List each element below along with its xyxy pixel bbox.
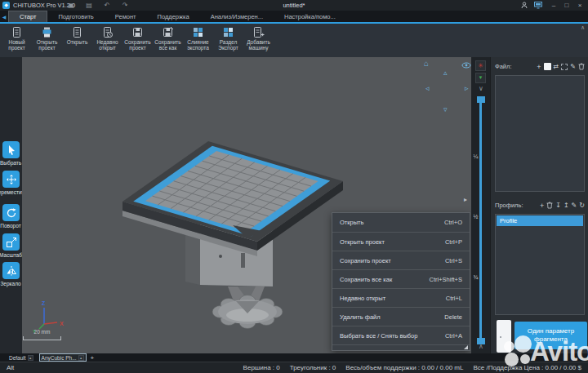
profile-import-icon[interactable]: ↧ (555, 202, 561, 210)
add-machine-tab-button[interactable]: + (91, 354, 95, 362)
svg-text:Z: Z (42, 300, 46, 306)
layer-slider-track[interactable] (479, 100, 482, 341)
menu-item-save-project[interactable]: Сохранить проект Ctrl+S (332, 251, 470, 269)
slider-chevron-up-icon[interactable]: ∧ (476, 343, 486, 350)
profile-section-header: Профиль: + ↧ ↥ ✎ ↻ (495, 200, 585, 211)
move-icon (6, 174, 17, 185)
mirror-tool-button[interactable] (2, 262, 20, 279)
menu-label: Сохранить все как (340, 276, 392, 283)
select-cursor-icon (6, 144, 17, 156)
machine-tab-anycubic[interactable]: AnyCubic Ph... ▴ (39, 353, 87, 362)
svg-text:X: X (60, 321, 64, 326)
tab-support[interactable]: Поддержка (147, 11, 200, 22)
save-project-button[interactable]: Сохранить проект (122, 24, 153, 56)
profile-export-icon[interactable]: ↥ (564, 202, 569, 210)
machine-tab-anycubic-dropdown-icon[interactable]: ▴ (78, 355, 84, 361)
visibility-eye-icon[interactable] (461, 62, 471, 69)
display-settings-icon[interactable] (534, 2, 547, 9)
merge-export-button[interactable]: Слияние экспорта (183, 24, 213, 56)
slider-chevron-down-icon[interactable]: ∨ (476, 85, 486, 92)
chitubox-app-window: ◆ CHITUBOX Pro V1.2.0 ▣ ▤ ↶ ↷ untitled* … (0, 0, 588, 373)
profile-delete-icon[interactable] (546, 202, 553, 209)
single-parameter-button[interactable]: Один параметр фрагмента (514, 322, 587, 349)
minimize-button[interactable]: – (547, 0, 560, 11)
panel-expand-icon[interactable]: ▸ (464, 196, 467, 203)
file-select-box-icon[interactable] (561, 64, 568, 70)
machine-preview-dot (500, 336, 501, 338)
maximize-button[interactable]: □ (560, 0, 573, 11)
back-arrow-icon[interactable]: ◀ (0, 14, 8, 20)
user-account-icon[interactable] (521, 2, 534, 9)
machine-tab-default-label: Default (9, 355, 26, 361)
profile-edit-icon[interactable]: ✎ (572, 202, 577, 210)
scale-tool-button[interactable] (2, 233, 20, 251)
file-edit-icon[interactable]: ✎ (570, 63, 576, 71)
viewport-3d[interactable]: ⌂ ▵ ◃ ▹ ▿ Z X Y 20 mm (22, 57, 471, 353)
add-machine-button[interactable]: Добавить машину (243, 24, 274, 56)
tab-prepare[interactable]: Подготовить (47, 11, 104, 22)
view-left-icon[interactable]: ◃ (425, 84, 430, 92)
recently-opened-button[interactable]: Недавно открыт (92, 24, 122, 56)
file-swap-icon[interactable]: ⇄ (554, 63, 559, 71)
menu-item-select-all[interactable]: Выбрать все / Снять выбор Ctrl+A (332, 326, 470, 344)
profile-list[interactable]: Profile (495, 214, 585, 315)
status-support-volume: Весь/объем поддержки : 0.00 / 0.00 mL (345, 364, 463, 371)
file-list[interactable] (495, 75, 585, 192)
section-export-button[interactable]: Раздел Экспорт (213, 24, 243, 56)
tab-start[interactable]: Старт (8, 11, 47, 22)
open-button[interactable]: Открыть (62, 24, 92, 56)
tab-analyze-measure[interactable]: Анализ/Измерен... (200, 11, 274, 22)
machine-preview[interactable] (497, 320, 511, 353)
tab-settings-help[interactable]: Настройка/помо... (274, 11, 346, 22)
status-modifier-key: Alt (7, 364, 14, 371)
file-checkbox-icon[interactable] (544, 63, 551, 70)
profile-add-icon[interactable]: + (540, 202, 544, 210)
layer-slider-handle-top[interactable] (477, 96, 485, 103)
title-bar: ◆ CHITUBOX Pro V1.2.0 ▣ ▤ ↶ ↷ untitled* … (0, 0, 588, 11)
scale-bar-label: 20 mm (23, 329, 61, 335)
select-tool-button[interactable] (2, 141, 20, 158)
scale-icon (6, 237, 17, 248)
main-area: Выбрать Переместить Поворот Масштаб Зерк… (0, 57, 588, 353)
menu-label: Недавно открыт (340, 295, 385, 302)
status-bar: Alt Вершина : 0 Треугольник : 0 Весь/объ… (0, 362, 588, 373)
menu-footer (332, 344, 470, 350)
view-right-icon[interactable]: ▹ (465, 84, 469, 92)
machine-tab-default[interactable]: Default ▴ (7, 355, 35, 361)
rotate-tool-button[interactable] (2, 204, 20, 221)
tab-repair[interactable]: Ремонт (105, 11, 147, 22)
slider-top-marker-button[interactable]: ✳ (475, 60, 486, 71)
menu-label: Открыть (340, 219, 363, 226)
slider-bottom-marker-button[interactable]: ▼ (475, 73, 486, 83)
slider-fraction-three-quarter: ¾ (472, 274, 479, 280)
menu-item-open-project[interactable]: Открыть проект Ctrl+P (332, 232, 470, 251)
open-project-label: Открыть проект (32, 39, 62, 51)
machine-tab-bar: Default ▴ AnyCubic Ph... ▴ + (0, 353, 588, 362)
home-view-icon[interactable]: ⌂ (424, 60, 429, 68)
machine-tab-default-dropdown-icon[interactable]: ▴ (28, 355, 33, 361)
left-tool-sidebar: Выбрать Переместить Поворот Масштаб Зерк… (0, 57, 22, 353)
menu-item-recently-opened[interactable]: Недавно открыт Ctrl+L (332, 288, 470, 307)
right-panel: Файл: + ⇄ ✎ Профиль: + (490, 57, 588, 353)
view-down-icon[interactable]: ▿ (443, 105, 448, 113)
open-project-button[interactable]: Открыть проект (32, 24, 62, 56)
menu-resize-handle[interactable] (464, 345, 468, 349)
view-up-icon[interactable]: ▵ (443, 69, 448, 77)
menu-item-save-all-as[interactable]: Сохранить все как Ctrl+Shift+S (332, 269, 470, 288)
close-button[interactable]: × (573, 0, 586, 11)
menu-label: Удалить файл (340, 313, 381, 321)
profile-sync-icon[interactable]: ↻ (579, 202, 585, 210)
file-add-icon[interactable]: + (537, 63, 541, 71)
profile-list-item-selected[interactable]: Profile (497, 215, 583, 226)
file-section-header: Файл: + ⇄ ✎ (495, 61, 585, 72)
save-all-as-button[interactable]: Сохранить все как (153, 24, 183, 56)
menu-item-open[interactable]: Открыть Ctrl+O (332, 213, 470, 232)
move-tool-button[interactable] (2, 171, 20, 188)
save-project-label: Сохранить проект (122, 39, 153, 51)
select-tool-label: Выбрать (0, 160, 21, 166)
layer-slider-column: ✳ ▼ ∨ ¼ ½ ¾ ∧ (471, 57, 490, 353)
file-delete-icon[interactable] (578, 63, 585, 70)
new-project-button[interactable]: Новый проект (2, 24, 32, 56)
ribbon-collapse-icon[interactable]: ∧ (581, 24, 585, 31)
menu-item-delete-file[interactable]: Удалить файл Delete (332, 307, 470, 326)
